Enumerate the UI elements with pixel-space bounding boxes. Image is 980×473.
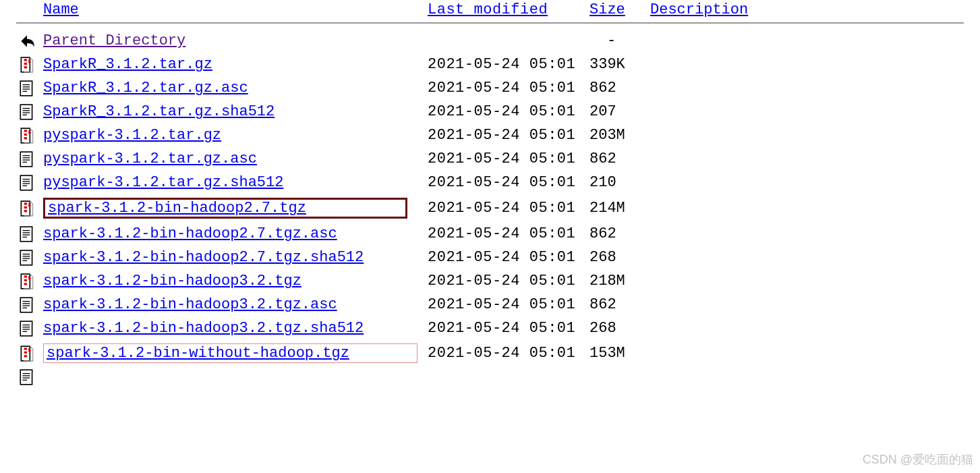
table-row: spark-3.1.2-bin-hadoop3.2.tgz.sha5122021… (13, 316, 967, 340)
table-row: spark-3.1.2-bin-hadoop3.2.tgz2021-05-24 … (13, 269, 967, 293)
highlight-box-light: spark-3.1.2-bin-without-hadoop.tgz (43, 343, 417, 363)
file-modified: 2021-05-24 05:01 (425, 171, 587, 194)
file-modified: 2021-05-24 05:01 (425, 269, 587, 293)
file-modified: 2021-05-24 05:01 (425, 293, 587, 316)
file-link[interactable]: spark-3.1.2-bin-without-hadoop.tgz (47, 345, 349, 362)
archive-icon (18, 127, 36, 144)
file-size: 862 (587, 147, 647, 171)
file-modified: 2021-05-24 05:01 (425, 100, 587, 123)
file-description (647, 316, 967, 340)
parent-size: - (587, 29, 647, 53)
file-description (647, 340, 967, 366)
text-file-icon (18, 249, 36, 267)
table-row: spark-3.1.2-bin-hadoop2.7.tgz2021-05-24 … (13, 194, 967, 222)
file-modified: 2021-05-24 05:01 (425, 222, 587, 246)
highlight-box-dark: spark-3.1.2-bin-hadoop2.7.tgz (43, 198, 407, 219)
table-row: spark-3.1.2-bin-hadoop2.7.tgz.asc2021-05… (13, 222, 967, 246)
text-file-icon (18, 103, 36, 121)
file-size: 862 (587, 76, 647, 100)
file-link[interactable]: spark-3.1.2-bin-hadoop2.7.tgz (48, 200, 306, 217)
file-modified: 2021-05-24 05:01 (425, 194, 587, 222)
file-modified: 2021-05-24 05:01 (425, 53, 587, 76)
file-link[interactable]: spark-3.1.2-bin-hadoop3.2.tgz.sha512 (43, 320, 364, 337)
file-link[interactable]: SparkR_3.1.2.tar.gz.sha512 (43, 103, 275, 120)
file-listing-table: Name Last modified Size Description Pare… (13, 0, 967, 388)
file-size: 339K (587, 53, 647, 76)
file-modified: 2021-05-24 05:01 (425, 246, 587, 269)
table-row: spark-3.1.2-bin-hadoop2.7.tgz.sha5122021… (13, 246, 967, 269)
archive-icon (18, 273, 36, 290)
header-name[interactable]: Name (43, 1, 79, 18)
text-file-icon (18, 150, 36, 168)
header-modified[interactable]: Last modified (428, 1, 548, 18)
file-modified: 2021-05-24 05:01 (425, 123, 587, 147)
file-size: 207 (587, 100, 647, 123)
file-description (647, 123, 967, 147)
file-link[interactable]: spark-3.1.2-bin-hadoop2.7.tgz.asc (43, 225, 337, 242)
file-link[interactable]: SparkR_3.1.2.tar.gz.asc (43, 80, 248, 96)
text-file-icon (18, 225, 36, 243)
file-link[interactable]: spark-3.1.2-bin-hadoop3.2.tgz (43, 273, 301, 289)
table-row: pyspark-3.1.2.tar.gz.sha5122021-05-24 05… (13, 171, 967, 194)
file-description (647, 53, 967, 76)
archive-icon (18, 345, 36, 362)
parent-directory-link[interactable]: Parent Directory (43, 32, 185, 49)
text-file-icon (18, 320, 36, 337)
table-row: SparkR_3.1.2.tar.gz2021-05-24 05:01339K (13, 53, 967, 76)
file-link[interactable]: pyspark-3.1.2.tar.gz.sha512 (43, 174, 283, 191)
file-link[interactable]: pyspark-3.1.2.tar.gz.asc (43, 150, 257, 167)
text-file-icon (18, 296, 36, 314)
file-size: 203M (587, 123, 647, 147)
file-modified: 2021-05-24 05:01 (425, 316, 587, 340)
table-row: pyspark-3.1.2.tar.gz2021-05-24 05:01203M (13, 123, 967, 147)
file-size: 268 (587, 246, 647, 269)
text-file-icon (18, 368, 36, 386)
file-link[interactable]: spark-3.1.2-bin-hadoop2.7.tgz.sha512 (43, 249, 364, 266)
file-size: 214M (587, 194, 647, 222)
file-size: 268 (587, 316, 647, 340)
archive-icon (18, 56, 36, 74)
file-modified: 2021-05-24 05:01 (425, 340, 587, 366)
file-size: 218M (587, 269, 647, 293)
file-modified: 2021-05-24 05:01 (425, 76, 587, 100)
file-description (647, 147, 967, 171)
file-link[interactable]: SparkR_3.1.2.tar.gz (43, 56, 212, 73)
header-divider (16, 22, 964, 24)
back-icon (18, 32, 36, 50)
file-description (647, 222, 967, 246)
file-size: 862 (587, 293, 647, 316)
header-size[interactable]: Size (589, 1, 625, 18)
parent-directory-row: Parent Directory - (13, 29, 967, 53)
file-modified: 2021-05-24 05:01 (425, 147, 587, 171)
file-size: 862 (587, 222, 647, 246)
table-row: SparkR_3.1.2.tar.gz.asc2021-05-24 05:018… (13, 76, 967, 100)
table-row: spark-3.1.2-bin-hadoop3.2.tgz.asc2021-05… (13, 293, 967, 316)
file-description (647, 293, 967, 316)
parent-modified (425, 29, 587, 53)
file-description (647, 246, 967, 269)
file-description (647, 194, 967, 222)
file-description (647, 100, 967, 123)
table-row: pyspark-3.1.2.tar.gz.asc2021-05-24 05:01… (13, 147, 967, 171)
text-file-icon (18, 80, 36, 97)
archive-icon (18, 200, 36, 217)
file-link[interactable]: pyspark-3.1.2.tar.gz (43, 127, 221, 144)
file-description (647, 269, 967, 293)
file-size: 210 (587, 171, 647, 194)
table-row (13, 366, 967, 388)
file-size: 153M (587, 340, 647, 366)
header-description[interactable]: Description (650, 1, 748, 18)
table-row: spark-3.1.2-bin-without-hadoop.tgz2021-0… (13, 340, 967, 366)
table-row: SparkR_3.1.2.tar.gz.sha5122021-05-24 05:… (13, 100, 967, 123)
file-description (647, 171, 967, 194)
text-file-icon (18, 174, 36, 192)
file-link[interactable]: spark-3.1.2-bin-hadoop3.2.tgz.asc (43, 296, 337, 313)
file-description (647, 76, 967, 100)
